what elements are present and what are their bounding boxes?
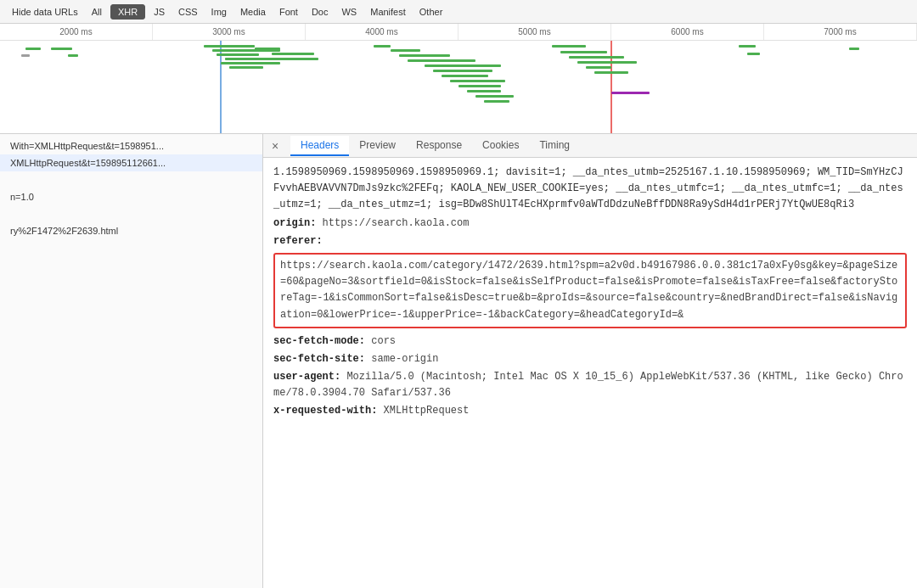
tab-timing[interactable]: Timing xyxy=(529,136,580,156)
svg-rect-25 xyxy=(475,95,514,98)
user-agent-value: Mozilla/5.0 (Macintosh; Intel Mac OS X 1… xyxy=(273,371,903,399)
ws-filter-button[interactable]: WS xyxy=(336,5,362,19)
svg-rect-31 xyxy=(586,66,611,69)
cookie-continuation-text: 1.1598950969.1598950969.1598950969.1; da… xyxy=(273,166,903,210)
left-item-3[interactable]: n=1.0 xyxy=(0,188,262,205)
ruler-3000ms: 3000 ms xyxy=(153,24,306,40)
timeline-ruler: 2000 ms 3000 ms 4000 ms 5000 ms 6000 ms … xyxy=(0,24,917,41)
timeline-content xyxy=(0,41,917,134)
svg-rect-16 xyxy=(391,49,420,52)
sec-fetch-site-key: sec-fetch-site: xyxy=(273,353,365,365)
svg-rect-32 xyxy=(594,71,628,74)
x-requested-with-value: XMLHttpRequest xyxy=(377,405,469,417)
origin-header: origin: https://search.kaola.com xyxy=(273,216,907,232)
sec-fetch-mode-value: cors xyxy=(365,335,396,347)
sec-fetch-mode-key: sec-fetch-mode: xyxy=(273,335,365,347)
toolbar: Hide data URLs All XHR JS CSS Img Media … xyxy=(0,0,917,24)
svg-rect-19 xyxy=(425,64,501,67)
css-filter-button[interactable]: CSS xyxy=(173,5,203,19)
ruler-7000ms: 7000 ms xyxy=(764,24,917,40)
left-item-spacer1 xyxy=(0,171,262,188)
svg-rect-2 xyxy=(25,48,41,50)
referer-box: https://search.kaola.com/category/1472/2… xyxy=(273,253,907,328)
svg-rect-17 xyxy=(399,54,450,57)
tab-response[interactable]: Response xyxy=(406,136,472,156)
hide-data-urls-button[interactable]: Hide data URLs xyxy=(7,5,83,19)
left-item-2[interactable]: XMLHttpRequest&t=159895112661... xyxy=(0,154,262,171)
sec-fetch-site-header: sec-fetch-site: same-origin xyxy=(273,351,907,367)
sec-fetch-mode-header: sec-fetch-mode: cors xyxy=(273,333,907,350)
sec-fetch-site-value: same-origin xyxy=(365,353,438,365)
left-panel: With=XMLHttpRequest&t=1598951... XMLHttp… xyxy=(0,134,263,588)
svg-rect-6 xyxy=(204,45,255,48)
svg-rect-35 xyxy=(747,53,760,55)
svg-rect-15 xyxy=(374,45,391,48)
svg-rect-8 xyxy=(217,53,259,56)
tabs-bar: × Headers Preview Response Cookies Timin… xyxy=(263,134,917,158)
ruler-2000ms: 2000 ms xyxy=(0,24,153,40)
ruler-5000ms: 5000 ms xyxy=(458,24,611,40)
all-filter-button[interactable]: All xyxy=(87,5,107,19)
tab-cookies[interactable]: Cookies xyxy=(472,136,529,156)
svg-rect-33 xyxy=(611,92,650,94)
js-filter-button[interactable]: JS xyxy=(149,5,170,19)
x-requested-with-header: x-requested-with: XMLHttpRequest xyxy=(273,403,907,419)
svg-rect-28 xyxy=(560,51,607,53)
svg-rect-24 xyxy=(467,90,501,92)
svg-rect-34 xyxy=(739,45,756,48)
svg-rect-10 xyxy=(221,62,280,64)
svg-rect-12 xyxy=(255,48,280,50)
media-filter-button[interactable]: Media xyxy=(235,5,271,19)
main-content: With=XMLHttpRequest&t=1598951... XMLHttp… xyxy=(0,134,917,588)
tab-preview[interactable]: Preview xyxy=(349,136,406,156)
headers-content: 1.1598950969.1598950969.1598950969.1; da… xyxy=(263,158,917,588)
origin-value: https://search.kaola.com xyxy=(316,217,469,229)
manifest-filter-button[interactable]: Manifest xyxy=(365,5,411,19)
close-icon[interactable]: × xyxy=(267,137,284,154)
svg-rect-14 xyxy=(280,58,318,60)
svg-rect-20 xyxy=(433,70,492,72)
svg-rect-11 xyxy=(229,66,263,69)
doc-filter-button[interactable]: Doc xyxy=(307,5,334,19)
svg-rect-13 xyxy=(272,53,314,55)
img-filter-button[interactable]: Img xyxy=(206,5,232,19)
svg-rect-23 xyxy=(458,85,501,87)
x-requested-with-key: x-requested-with: xyxy=(273,405,377,417)
svg-rect-18 xyxy=(408,59,475,62)
svg-rect-27 xyxy=(552,45,586,48)
referer-key: referer: xyxy=(273,235,323,247)
svg-rect-21 xyxy=(442,75,488,77)
xhr-filter-button[interactable]: XHR xyxy=(110,4,145,20)
referer-value: https://search.kaola.com/category/1472/2… xyxy=(280,260,897,321)
user-agent-key: user-agent: xyxy=(273,371,340,383)
svg-rect-36 xyxy=(849,48,859,50)
timeline-area: 2000 ms 3000 ms 4000 ms 5000 ms 6000 ms … xyxy=(0,24,917,134)
svg-rect-22 xyxy=(450,80,505,82)
referer-header: referer: https://search.kaola.com/catego… xyxy=(273,233,907,332)
ruler-4000ms: 4000 ms xyxy=(306,24,458,40)
svg-rect-4 xyxy=(21,54,30,57)
left-item-spacer2 xyxy=(0,205,262,222)
svg-rect-5 xyxy=(68,54,78,57)
waterfall-svg xyxy=(0,41,917,134)
svg-rect-3 xyxy=(51,48,72,50)
tab-headers[interactable]: Headers xyxy=(290,136,349,156)
user-agent-header: user-agent: Mozilla/5.0 (Macintosh; Inte… xyxy=(273,369,907,401)
ruler-6000ms: 6000 ms xyxy=(611,24,764,40)
origin-key: origin: xyxy=(273,217,316,229)
cookie-continuation: 1.1598950969.1598950969.1598950969.1; da… xyxy=(273,165,907,214)
left-item-4[interactable]: ry%2F1472%2F2639.html xyxy=(0,222,262,239)
font-filter-button[interactable]: Font xyxy=(274,5,303,19)
svg-rect-29 xyxy=(569,56,624,59)
left-item-1[interactable]: With=XMLHttpRequest&t=1598951... xyxy=(0,137,262,154)
svg-rect-26 xyxy=(484,100,509,103)
other-filter-button[interactable]: Other xyxy=(414,5,448,19)
right-panel: × Headers Preview Response Cookies Timin… xyxy=(263,134,917,588)
svg-rect-30 xyxy=(577,61,637,64)
